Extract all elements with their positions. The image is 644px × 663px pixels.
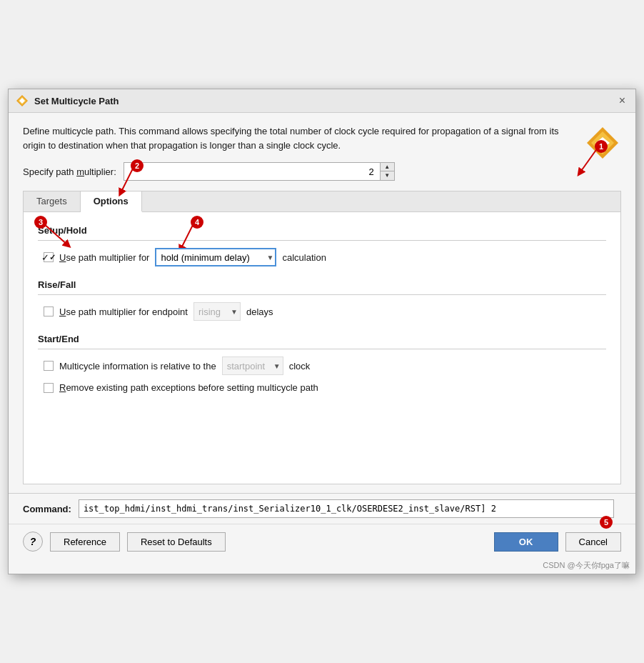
start-end-info-checkbox[interactable]	[44, 361, 54, 371]
remove-exceptions-label: Remove existing path exceptions before s…	[59, 382, 318, 393]
rise-fall-divider	[38, 294, 606, 295]
title-bar-left: Set Multicycle Path	[16, 94, 119, 107]
command-input[interactable]	[79, 499, 614, 518]
setup-hold-title: Setup/Hold	[38, 225, 606, 236]
setup-hold-row: ✓ Use path multiplier for	[44, 248, 606, 266]
start-end-dropdown-wrap: startpoint endpoint ▼	[222, 357, 283, 375]
multiplier-section: Specify path multiplier: ▲ ▼	[23, 162, 621, 181]
setup-hold-divider	[38, 240, 606, 241]
tab-options[interactable]: Options	[81, 191, 142, 212]
rise-fall-suffix: delays	[246, 306, 273, 317]
multiplier-label: Specify path multiplier:	[23, 166, 116, 177]
rise-fall-title: Rise/Fall	[38, 279, 606, 290]
tab-options-content: Setup/Hold 3	[24, 212, 620, 484]
footer: ? Reference Reset to Defaults OK Cancel	[9, 524, 635, 559]
multiplier-input[interactable]	[124, 162, 395, 181]
setup-hold-header: Setup/Hold 3	[38, 225, 606, 236]
help-button[interactable]: ?	[23, 532, 43, 552]
setup-hold-checkbox[interactable]: ✓	[44, 252, 54, 262]
app-icon	[16, 94, 29, 107]
rise-fall-label: Use path multiplier for endpoint	[59, 306, 188, 317]
vivado-logo	[584, 124, 621, 161]
dialog-title: Set Multicycle Path	[34, 96, 119, 106]
setup-hold-suffix: calculation	[282, 252, 326, 263]
title-bar: Set Multicycle Path ×	[9, 89, 635, 113]
setup-hold-section: Setup/Hold 3	[38, 225, 606, 266]
setup-hold-dropdown-wrap: hold (minimum delay) setup (maximum dela…	[155, 248, 276, 266]
spin-up-button[interactable]: ▲	[380, 163, 394, 171]
start-end-row1: Multicycle information is relative to th…	[44, 357, 606, 375]
ok-button[interactable]: OK	[494, 532, 558, 552]
start-end-section: Start/End Multicycle information is rela…	[38, 334, 606, 393]
dialog-body: Define multicycle path. This command all…	[9, 113, 635, 493]
description-area: Define multicycle path. This command all…	[23, 124, 621, 162]
reference-button[interactable]: Reference	[50, 532, 120, 552]
cancel-button[interactable]: Cancel	[565, 532, 621, 552]
dialog-window: Set Multicycle Path × Define multicycle …	[8, 89, 636, 574]
start-end-dropdown[interactable]: startpoint endpoint	[222, 357, 283, 375]
tab-targets[interactable]: Targets	[24, 191, 81, 211]
multiplier-row: Specify path multiplier: ▲ ▼	[23, 162, 621, 181]
spinner-buttons: ▲ ▼	[380, 163, 394, 180]
rise-fall-section: Rise/Fall Use path multiplier for endpoi…	[38, 279, 606, 321]
start-end-info-label: Multicycle information is relative to th…	[59, 361, 216, 372]
remove-exceptions-checkbox[interactable]	[44, 383, 54, 393]
command-label: Command:	[23, 504, 71, 514]
close-button[interactable]: ×	[616, 94, 628, 108]
spin-down-button[interactable]: ▼	[380, 171, 394, 180]
spinner-wrap: ▲ ▼	[124, 162, 395, 181]
start-end-suffix: clock	[289, 361, 311, 372]
description-text: Define multicycle path. This command all…	[23, 124, 575, 152]
start-end-row2: Remove existing path exceptions before s…	[44, 382, 606, 393]
rise-fall-dropdown-wrap: rising falling ▼	[193, 302, 241, 321]
reset-button[interactable]: Reset to Defaults	[127, 532, 226, 552]
command-row: Command: 5	[9, 493, 635, 524]
rise-fall-row: Use path multiplier for endpoint rising …	[44, 302, 606, 321]
setup-hold-dropdown[interactable]: hold (minimum delay) setup (maximum dela…	[155, 248, 276, 266]
start-end-divider	[38, 349, 606, 349]
tabs-header: Targets Options 2	[24, 191, 620, 212]
rise-fall-dropdown[interactable]: rising falling	[193, 302, 241, 321]
footer-left: ? Reference Reset to Defaults	[23, 532, 487, 552]
rise-fall-checkbox[interactable]	[44, 306, 54, 316]
setup-hold-checkbox-label: Use path multiplier for	[59, 252, 149, 263]
watermark: CSDN @今天你fpga了嘛	[9, 559, 635, 574]
start-end-title: Start/End	[38, 334, 606, 344]
tabs-container: Targets Options 2	[23, 191, 621, 484]
